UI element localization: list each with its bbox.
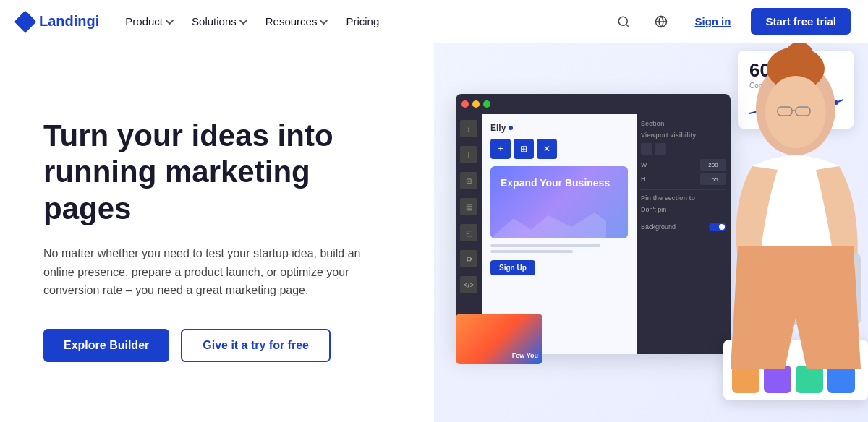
conversion-rate-label: Conv. Rate [749,82,842,90]
canvas-hero-text: Expand Your Business [501,176,618,189]
svg-point-4 [820,99,824,103]
swatch-orange[interactable] [732,366,760,393]
svg-marker-6 [490,212,606,238]
canvas-tool-delete[interactable]: ✕ [537,139,557,159]
svg-rect-15 [751,259,855,321]
svg-point-5 [834,100,838,105]
width-input[interactable] [700,159,726,171]
color-swatches [732,366,859,393]
nav-right: Sign in Start free trial [610,8,851,35]
pin-section-label: Pin the section to [641,194,726,202]
color-palette-card: # 5D92FF [723,340,868,400]
canvas-toolbar: + ⊞ ✕ [490,139,628,159]
close-dot [461,100,469,108]
nav-items: Product Solutions Resources Pricing [116,9,610,33]
hero-buttons: Explore Builder Give it a try for free [43,329,391,362]
svg-line-1 [626,24,629,26]
canvas-content-lines [490,244,628,253]
nav-item-pricing[interactable]: Pricing [337,9,388,33]
h-label: H [641,176,646,183]
search-icon [617,15,630,28]
tool-shapes[interactable]: ◱ [460,224,477,241]
search-button[interactable] [610,9,637,35]
hero-right: 60.54% Conv. Rate ↕ T ⊞ ▤ [434,43,868,422]
tool-code[interactable]: </> [460,276,477,293]
tool-image[interactable]: ⊞ [460,172,477,189]
logo-diamond-icon [14,10,36,33]
start-trial-button[interactable]: Start free trial [751,8,851,35]
hex-value: 5D92FF [744,347,790,360]
svg-rect-14 [745,253,861,325]
height-input[interactable] [700,173,726,185]
chevron-down-icon [239,16,247,24]
tool-text[interactable]: T [460,146,477,163]
swatch-purple[interactable] [764,366,791,393]
background-label: Background [641,223,676,231]
conversion-chart [749,95,843,117]
navbar: Landingi Product Solutions Resources Pri… [0,0,868,43]
conversion-rate-card: 60.54% Conv. Rate [738,51,854,129]
globe-icon [655,15,668,28]
dont-pin-label: Don't pin [641,206,666,213]
tool-layout[interactable]: ▤ [460,198,477,215]
elly-indicator [509,126,513,130]
nav-item-product[interactable]: Product [116,9,180,33]
orange-card-text: Few You [512,352,538,360]
background-toggle[interactable] [709,223,726,231]
nav-item-solutions[interactable]: Solutions [183,9,254,33]
chevron-down-icon [320,16,328,24]
viewport-opt-2[interactable] [655,143,666,155]
hero-description: No matter whether you need to test your … [43,244,391,300]
tool-settings[interactable]: ⚙ [460,250,477,267]
canvas-signup-button[interactable]: Sign Up [490,260,535,275]
hash-symbol: # [732,348,738,359]
viewport-label: Viewport visibility [641,132,726,139]
content-line-1 [490,244,600,247]
globe-button[interactable] [648,9,674,35]
logo-text: Landingi [39,13,99,30]
explore-builder-button[interactable]: Explore Builder [43,329,169,362]
w-label: W [641,161,647,168]
viewport-opt-1[interactable] [641,143,652,155]
hex-row: # 5D92FF [732,347,859,360]
chevron-down-icon [166,16,174,24]
minimize-dot [472,100,480,108]
orange-thumbnail-card: Few You [456,314,542,364]
nav-item-resources[interactable]: Resources [257,9,335,33]
divider-1 [641,189,726,190]
maximize-dot [483,100,490,108]
canvas-tool-add[interactable]: + [490,139,511,159]
tool-cursor[interactable]: ↕ [460,120,477,137]
divider-2 [641,218,726,218]
canvas-hero-background: Expand Your Business [490,166,628,238]
svg-point-0 [619,17,628,25]
editor-right-panel: Section Viewport visibility W H [637,114,731,354]
canvas-tool-grid[interactable]: ⊞ [514,139,534,159]
section-label: Section [641,120,726,127]
logo[interactable]: Landingi [17,13,99,30]
editor-topbar [456,94,731,114]
try-free-button[interactable]: Give it a try for free [181,329,331,362]
mountains-decoration [490,210,606,238]
hero-section: Turn your ideas into running marketing p… [0,43,868,422]
signin-button[interactable]: Sign in [686,9,739,33]
swatch-blue[interactable] [827,366,855,393]
hero-title: Turn your ideas into running marketing p… [43,118,391,227]
hero-left: Turn your ideas into running marketing p… [0,43,434,422]
swatch-teal[interactable] [796,366,823,393]
content-line-2 [490,250,573,253]
conversion-rate-value: 60.54% [749,59,842,82]
elly-label: Elly [490,123,628,133]
